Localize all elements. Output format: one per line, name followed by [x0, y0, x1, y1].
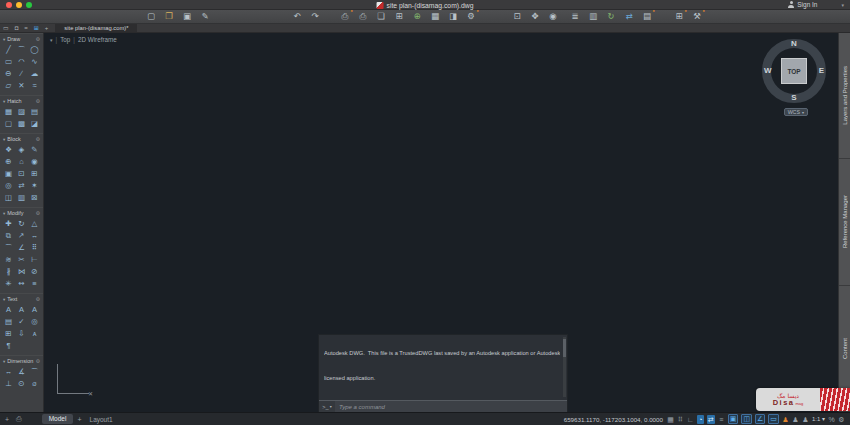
arc-icon[interactable]: ◠	[15, 56, 28, 68]
object-snap-tracking-icon[interactable]: ⇄	[707, 415, 715, 424]
scrollbar-thumb[interactable]	[563, 339, 566, 357]
wcs-selector[interactable]: WCS ▾	[784, 108, 808, 116]
reference-settings-icon[interactable]: ⚙●	[462, 10, 480, 23]
units-icon[interactable]: %	[828, 415, 835, 424]
hatch-icon[interactable]: ▦	[2, 106, 15, 118]
single-line-text-icon[interactable]: A	[15, 304, 28, 316]
extend-icon[interactable]: ⊢	[28, 254, 41, 266]
section-gear-icon[interactable]: ⚙	[36, 136, 40, 142]
join-icon[interactable]: ⋈	[15, 266, 28, 278]
insert-block-icon[interactable]: ❖	[2, 144, 15, 156]
grid-view-icon[interactable]: ⊞	[34, 24, 39, 32]
viewcube[interactable]: N S W E TOP	[762, 39, 826, 103]
dynamic-input-icon[interactable]: ∠	[755, 414, 765, 424]
isometric-drafting-icon[interactable]: ≡	[718, 415, 725, 424]
page-setup-icon[interactable]: ⎙	[354, 10, 372, 23]
layers-icon[interactable]: ≣	[566, 10, 584, 23]
copy-object-icon[interactable]: ⧉	[2, 230, 15, 242]
chamfer-icon[interactable]: ∠	[15, 242, 28, 254]
paragraph-icon[interactable]: ¶	[2, 340, 15, 352]
spline-icon[interactable]: ∿	[28, 56, 41, 68]
section-gear-icon[interactable]: ⚙	[36, 210, 40, 216]
text-columns-icon[interactable]: ⊞	[2, 328, 15, 340]
selection-window-icon[interactable]: ⊡	[508, 10, 526, 23]
attribute-icon[interactable]: ◉	[28, 156, 41, 168]
mirror-icon[interactable]: △	[28, 218, 41, 230]
text-style-icon[interactable]: ▤	[2, 316, 15, 328]
pan-icon[interactable]: ✥	[526, 10, 544, 23]
block-base-icon[interactable]: ⌂	[15, 156, 28, 168]
open-icon[interactable]: ❐	[160, 10, 178, 23]
line-icon[interactable]: ╱	[2, 44, 15, 56]
section-header-text[interactable]: ▾ Text ⚙	[0, 293, 43, 304]
command-window[interactable]: Autodesk DWG. This file is a TrustedDWG …	[318, 334, 568, 412]
replace-block-icon[interactable]: ⇄	[15, 180, 28, 192]
section-header-draw[interactable]: ▾ Draw ⚙	[0, 33, 43, 44]
command-input[interactable]	[335, 401, 567, 412]
autodesk-apps-icon[interactable]: ⊞●	[670, 10, 688, 23]
scale-icon[interactable]: ↗	[15, 230, 28, 242]
spell-check-icon[interactable]: ✓	[15, 316, 28, 328]
radius-dimension-icon[interactable]: ⊙	[15, 378, 28, 390]
add-sheet-icon[interactable]: +	[5, 416, 9, 423]
section-header-modify[interactable]: ▾ Modify ⚙	[0, 207, 43, 218]
tool-palettes-icon[interactable]: ◪	[28, 118, 41, 130]
copy-icon[interactable]: ❏	[372, 10, 390, 23]
redo-icon[interactable]: ↷	[306, 10, 324, 23]
tab-layout1[interactable]: Layout1	[86, 416, 117, 423]
collapse-icon[interactable]: ▾	[3, 137, 5, 142]
collapse-icon[interactable]: ▾	[3, 211, 5, 216]
viewport-visual-style-control[interactable]: 2D Wireframe	[78, 36, 117, 43]
page-setup-print-icon[interactable]: ⎙	[16, 415, 22, 423]
section-gear-icon[interactable]: ⚙	[36, 36, 40, 42]
viewport-view-control[interactable]: Top	[60, 36, 70, 43]
model-space-canvas[interactable]: ▾ | Top | 2D Wireframe N S W E TOP WCS ▾	[44, 33, 838, 412]
collapse-icon[interactable]: ▾	[3, 359, 5, 364]
arc-length-icon[interactable]: ⌒	[28, 366, 41, 378]
zoom-button[interactable]	[26, 2, 32, 8]
viewport-menu-icon[interactable]: ▾	[50, 37, 53, 43]
gradient-icon[interactable]: ▩	[15, 118, 28, 130]
new-drawing-icon[interactable]: ▢	[142, 10, 160, 23]
offset-icon[interactable]: ≋	[2, 254, 15, 266]
point-icon[interactable]: ✕	[15, 80, 28, 92]
section-header-dimension[interactable]: ▾ Dimension ⚙	[0, 355, 43, 366]
write-block-icon[interactable]: ◫	[2, 192, 15, 204]
text-align-icon[interactable]: ᴀ	[28, 328, 41, 340]
base-point-icon[interactable]: ⊡	[15, 168, 28, 180]
tab-model[interactable]: Model	[42, 414, 74, 424]
design-feed-icon[interactable]: ▤●	[638, 10, 656, 23]
3d-object-snap-icon[interactable]: ◫	[741, 414, 752, 424]
snap-mode-icon[interactable]: ⠿	[677, 415, 684, 424]
layer-states-icon[interactable]: ▥	[584, 10, 602, 23]
aligned-dimension-icon[interactable]: ∡	[15, 366, 28, 378]
explode-icon[interactable]: ✳	[2, 278, 15, 290]
explode-block-icon[interactable]: ✶	[28, 180, 41, 192]
paste-icon[interactable]: ⊞	[390, 10, 408, 23]
revision-cloud-icon[interactable]: ☁	[28, 68, 41, 80]
find-replace-icon[interactable]: ◎	[28, 316, 41, 328]
match-properties-icon[interactable]: ⇄	[620, 10, 638, 23]
viewcube-top-face[interactable]: TOP	[781, 58, 807, 84]
create-block-icon[interactable]: ◈	[15, 144, 28, 156]
settings-gear-icon[interactable]: ⚙	[838, 415, 845, 424]
align-icon[interactable]: ≡	[28, 278, 41, 290]
viewcube-north[interactable]: N	[791, 40, 797, 48]
new-layout-icon[interactable]: +	[77, 416, 81, 423]
collapse-icon[interactable]: ▾	[3, 297, 5, 302]
viewcube-east[interactable]: E	[819, 67, 824, 75]
list-view-icon[interactable]: =	[24, 24, 28, 32]
tab-layers-and-properties[interactable]: Layers and Properties	[839, 33, 850, 159]
rotate-icon[interactable]: ↻	[15, 218, 28, 230]
diameter-dimension-icon[interactable]: ⌀	[28, 378, 41, 390]
lengthen-icon[interactable]: ↭	[15, 278, 28, 290]
sketch-icon[interactable]: ≈	[28, 80, 41, 92]
sync-attributes-icon[interactable]: ◎	[2, 180, 15, 192]
ortho-mode-icon[interactable]: ∟	[687, 415, 694, 424]
license-tools-icon[interactable]: ⚒●	[688, 10, 706, 23]
close-button[interactable]	[6, 2, 12, 8]
minimize-button[interactable]	[16, 2, 22, 8]
edit-text-icon[interactable]: A	[28, 304, 41, 316]
command-prompt[interactable]: >_ ▾	[319, 401, 335, 412]
viewcube-west[interactable]: W	[764, 67, 772, 75]
